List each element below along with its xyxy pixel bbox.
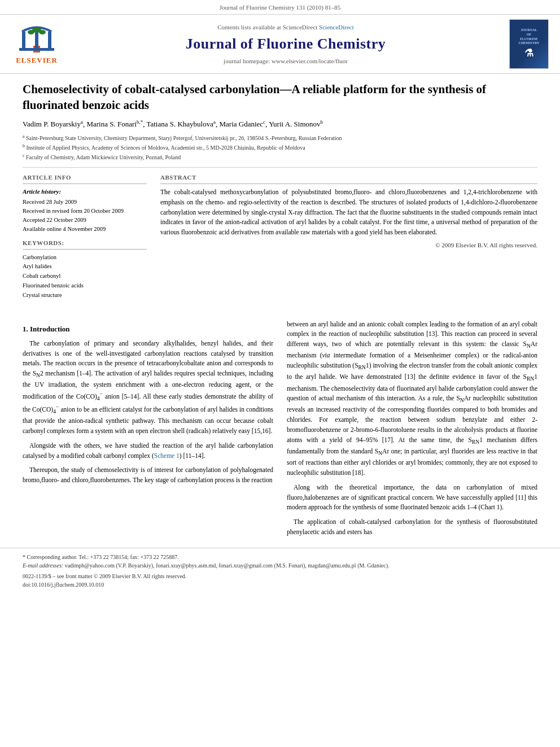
body-para-right-3: The application of cobalt-catalysed carb…: [287, 517, 537, 538]
history-online: Available online 4 November 2009: [23, 225, 147, 234]
keyword-cobalt-carbonyl: Cobalt carbonyl: [23, 272, 147, 281]
keyword-crystal: Crystal structure: [23, 291, 147, 300]
contents-line: Contents lists available at ScienceDirec…: [62, 23, 509, 32]
body-para-1: The carbonylation of primary and seconda…: [23, 339, 273, 436]
footnote-section: * Corresponding author. Tel.: +373 22 73…: [0, 548, 560, 591]
body-right-column: between an aryl halide and an anionic co…: [287, 320, 537, 542]
keywords-section: Keywords: Carbonylation Aryl halides Cob…: [23, 239, 147, 300]
issn-note: 0022-1139/$ – see front matter © 2009 El…: [23, 572, 537, 580]
flask-icon: ⚗: [519, 47, 540, 60]
copyright-line: © 2009 Elsevier B.V. All rights reserved…: [160, 241, 537, 250]
elsevier-text: ELSEVIER: [16, 55, 58, 65]
authors-line: Vadim P. Boyarskiya, Marina S. Fonarib,*…: [23, 119, 537, 130]
history-accepted: Accepted 22 October 2009: [23, 216, 147, 225]
body-left-column: 1. Introduction The carbonylation of pri…: [23, 320, 273, 542]
abstract-label: ABSTRACT: [160, 173, 537, 184]
affiliations: a Saint-Petersburg State University, Che…: [23, 133, 537, 162]
section1-heading: 1. Introduction: [23, 324, 273, 334]
body-para-right-1: between an aryl halide and an anionic co…: [287, 320, 537, 478]
svg-rect-3: [48, 32, 51, 49]
journal-homepage: journal homepage: www.elsevier.com/locat…: [62, 57, 509, 65]
scheme1-link[interactable]: Scheme 1: [154, 452, 180, 459]
keyword-fluorinated: Fluorinated benzoic acids: [23, 281, 147, 291]
history-title: Article history:: [23, 187, 147, 196]
sciencedirect-link[interactable]: ScienceDirect: [319, 24, 354, 30]
affiliation-b: b Institute of Applied Physics, Academy …: [23, 143, 537, 152]
body-para-2: Alongside with the others, we have studi…: [23, 441, 273, 461]
corresponding-author-note: * Corresponding author. Tel.: +373 22 73…: [23, 553, 537, 561]
affiliation-c: c Faculty of Chemistry, Adam Mickiewicz …: [23, 152, 537, 161]
body-para-right-2: Along with the theoretical importance, t…: [287, 483, 537, 513]
body-para-3: Thereupon, the study of chemoselectivity…: [23, 465, 273, 486]
elsevier-tree-icon: [16, 23, 57, 54]
article-info-label: ARTICLE INFO: [23, 173, 147, 184]
info-abstract-section: ARTICLE INFO Article history: Received 2…: [23, 173, 537, 305]
abstract-column: ABSTRACT The cobalt-catalysed methoxycar…: [160, 173, 537, 305]
body-section: 1. Introduction The carbonylation of pri…: [0, 320, 560, 542]
journal-header: ELSEVIER Contents lists available at Sci…: [0, 15, 560, 74]
svg-rect-4: [19, 48, 54, 51]
journal-name: Journal of Fluorine Chemistry: [62, 34, 509, 54]
abstract-text: The cobalt-catalysed methoxycarbonylatio…: [160, 187, 537, 238]
keywords-label: Keywords:: [23, 239, 147, 249]
email-note: E-mail addresses: vadimph@yahoo.com (V.P…: [23, 561, 537, 570]
affiliation-a: a Saint-Petersburg State University, Che…: [23, 133, 537, 142]
article-history: Article history: Received 28 July 2009 R…: [23, 187, 147, 233]
doi-note: doi:10.1016/j.jfluchem.2009.10.010: [23, 580, 537, 589]
article-title: Chemoselectivity of cobalt-catalysed car…: [23, 82, 537, 113]
journal-citation-bar: Journal of Fluorine Chemistry 131 (2010)…: [0, 0, 560, 15]
keyword-carbonylation: Carbonylation: [23, 253, 147, 263]
journal-citation: Journal of Fluorine Chemistry 131 (2010)…: [220, 4, 340, 11]
cover-text: JOURNAL OF FLUORINE CHEMISTRY ⚗: [517, 27, 541, 62]
article-info-column: ARTICLE INFO Article history: Received 2…: [23, 173, 147, 305]
section-divider: [23, 167, 537, 168]
svg-point-7: [39, 30, 46, 34]
history-revised: Received in revised form 20 October 2009: [23, 207, 147, 216]
elsevier-logo: ELSEVIER: [11, 23, 62, 65]
article-main: Chemoselectivity of cobalt-catalysed car…: [0, 74, 560, 313]
history-received: Received 28 July 2009: [23, 198, 147, 207]
journal-cover-image: JOURNAL OF FLUORINE CHEMISTRY ⚗: [509, 19, 549, 69]
svg-rect-1: [22, 32, 25, 49]
journal-title-center: Contents lists available at ScienceDirec…: [62, 23, 509, 65]
keyword-aryl-halides: Aryl halides: [23, 262, 147, 272]
svg-point-6: [28, 30, 34, 34]
